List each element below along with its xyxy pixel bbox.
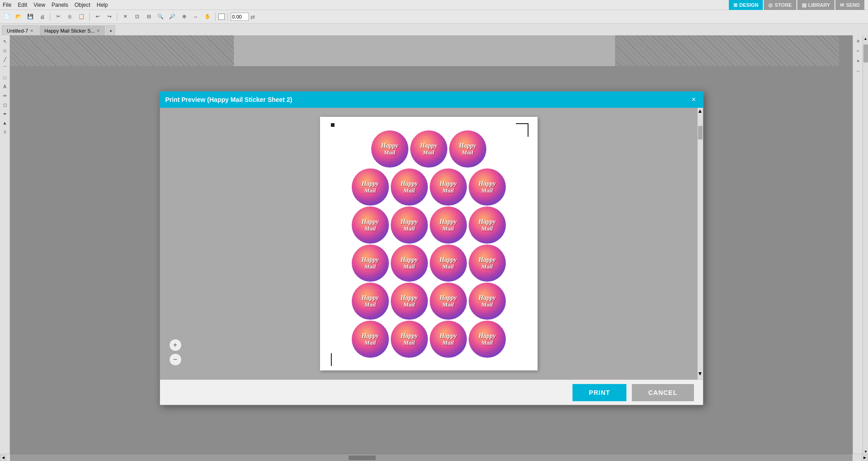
sticker-row-2: HappyMail HappyMail HappyMail [352, 168, 506, 206]
modal-scrollbar[interactable]: ▲ ▼ [698, 108, 703, 379]
h-scroll-left-btn[interactable]: ◀ [0, 455, 6, 461]
paste-btn[interactable]: 📋 [77, 12, 87, 22]
sticker-2-3: HappyMail [430, 168, 467, 206]
sticker-row-5: HappyMail HappyMail HappyMail [352, 283, 506, 320]
modal-close-btn[interactable]: × [689, 94, 699, 105]
coord-x-input[interactable] [231, 13, 249, 21]
sep2 [89, 13, 90, 21]
sticker-3-1: HappyMail [352, 206, 389, 244]
text-tool[interactable]: A [1, 82, 9, 91]
tab-untitled-close[interactable]: ✕ [30, 29, 34, 33]
undo-btn[interactable]: ↩ [92, 12, 102, 22]
scrollbar-thumb[interactable] [698, 126, 703, 139]
select-tool[interactable]: ↖ [1, 37, 9, 45]
hand-btn[interactable]: ✋ [203, 12, 213, 22]
sticker-5-4: HappyMail [469, 283, 506, 320]
group-btn[interactable]: ⊡ [132, 12, 142, 22]
nav-tabs-area: Untitled-7 ✕ Happy Mail Sticker S... ✕ + [0, 24, 868, 35]
ungroup-btn[interactable]: ⊟ [144, 12, 154, 22]
h-scroll-right-btn[interactable]: ▶ [862, 455, 868, 461]
new-tab-btn[interactable]: + [106, 25, 115, 35]
warp-tool[interactable]: ⟩⟨ [1, 128, 9, 136]
design-nav-btn[interactable]: ⊞ DESIGN [729, 0, 763, 10]
sticker-grid: Happy Mail Happy Mail [329, 130, 529, 358]
sticker-3-2: HappyMail [391, 206, 428, 244]
library-icon: ▤ [802, 2, 806, 8]
print-btn[interactable]: 🖨 [37, 12, 47, 22]
modal-footer: PRINT CANCEL [160, 379, 703, 405]
sticker-1-1: Happy Mail [371, 130, 408, 168]
menu-object[interactable]: Object [75, 2, 91, 8]
sticker-text: Happy Mail [381, 142, 398, 156]
menu-panels[interactable]: Panels [52, 2, 68, 8]
modal-content: + − [160, 108, 698, 379]
save-btn[interactable]: 💾 [25, 12, 35, 22]
scrollbar-down-btn[interactable]: ▼ [698, 370, 703, 379]
cancel-button[interactable]: CANCEL [632, 384, 693, 401]
scrollbar-up-btn[interactable]: ▲ [698, 108, 703, 117]
zoomfit-btn[interactable]: ⊕ [179, 12, 189, 22]
zoom-out-btn[interactable]: − [169, 353, 182, 366]
sticker-6-4: HappyMail [469, 321, 506, 358]
sticker-5-1: HappyMail [352, 283, 389, 320]
main-area: ↖ ◇ ╱ ⌒ □ A ✏ ◻ ✒ ▲ ⟩⟨ [0, 35, 868, 461]
eyedropper-tool[interactable]: ✒ [1, 110, 9, 118]
menu-file[interactable]: File [3, 2, 11, 8]
sticker-4-4: HappyMail [469, 245, 506, 282]
zoom-controls: + − [169, 339, 182, 366]
sticker-row-6: HappyMail HappyMail HappyMail [352, 321, 506, 358]
tab-happy-mail-close[interactable]: ✕ [97, 29, 100, 33]
toolbar: 📄 📂 💾 🖨 ✂ ⎘ 📋 ↩ ↪ ✕ ⊡ ⊟ 🔍 🔎 ⊕ ↔ ✋ pt [0, 10, 868, 24]
right-panel-btn-1[interactable]: ⊞ [854, 37, 862, 45]
left-toolbar: ↖ ◇ ╱ ⌒ □ A ✏ ◻ ✒ ▲ ⟩⟨ [0, 35, 10, 461]
menu-view[interactable]: View [34, 2, 45, 8]
library-nav-btn[interactable]: ▤ LIBRARY [797, 0, 834, 10]
send-icon: ✉ [840, 2, 844, 8]
send-nav-btn[interactable]: ✉ SEND [835, 0, 864, 10]
delete-btn[interactable]: ✕ [120, 12, 130, 22]
fill-tool[interactable]: ▲ [1, 119, 9, 127]
zoom-in-btn[interactable]: + [169, 339, 182, 351]
reg-line-h [516, 123, 529, 124]
scroll-thumb[interactable] [863, 44, 868, 62]
reg-mark-bl [331, 353, 332, 366]
open-btn[interactable]: 📂 [14, 12, 24, 22]
sticker-5-3: HappyMail [430, 283, 467, 320]
menu-bar: File Edit View Panels Object Help ⊞ DESI… [0, 0, 868, 10]
node-tool[interactable]: ◇ [1, 46, 9, 54]
scroll-up-btn[interactable]: ▲ [863, 35, 868, 42]
paint-tool[interactable]: ✏ [1, 91, 9, 100]
menu-edit[interactable]: Edit [18, 2, 27, 8]
sticker-row-1: Happy Mail Happy Mail [371, 130, 486, 168]
sticker-row-3: HappyMail HappyMail HappyMail [352, 206, 506, 244]
canvas-area: Print Preview (Happy Mail Sticker Sheet … [10, 35, 853, 461]
print-button[interactable]: PRINT [572, 384, 626, 401]
sticker-text: Happy Mail [420, 142, 437, 156]
tab-happy-mail[interactable]: Happy Mail Sticker S... ✕ [39, 25, 105, 35]
zoomout-btn[interactable]: 🔎 [167, 12, 177, 22]
right-panel-btn-3[interactable]: ★ [854, 57, 862, 65]
shape-tool[interactable]: □ [1, 73, 9, 82]
sticker-2-4: HappyMail [469, 168, 506, 206]
copy-btn[interactable]: ⎘ [65, 12, 75, 22]
right-panel-btn-2[interactable]: ✂ [854, 47, 862, 55]
right-panel-btn-4[interactable]: ⟨ [854, 67, 862, 75]
line-tool[interactable]: ╱ [1, 55, 9, 63]
store-nav-btn[interactable]: ◎ STORE [764, 0, 796, 10]
eraser-tool[interactable]: ◻ [1, 101, 9, 109]
sticker-1-2: Happy Mail [410, 130, 447, 168]
sticker-5-2: HappyMail [391, 283, 428, 320]
redo-btn[interactable]: ↪ [104, 12, 114, 22]
zoomin-btn[interactable]: 🔍 [155, 12, 165, 22]
sep5 [228, 13, 228, 21]
new-btn[interactable]: 📄 [2, 12, 12, 22]
sticker-4-3: HappyMail [430, 245, 467, 282]
cut-btn[interactable]: ✂ [53, 12, 63, 22]
curve-tool[interactable]: ⌒ [1, 64, 9, 72]
right-panel: ⊞ ✂ ★ ⟨ [853, 35, 863, 461]
store-icon: ◎ [768, 2, 773, 8]
tab-untitled[interactable]: Untitled-7 ✕ [2, 25, 39, 35]
mirror-btn[interactable]: ↔ [191, 12, 201, 22]
menu-help[interactable]: Help [97, 2, 108, 8]
main-scrollbar-right[interactable]: ▲ ▼ [863, 35, 868, 461]
